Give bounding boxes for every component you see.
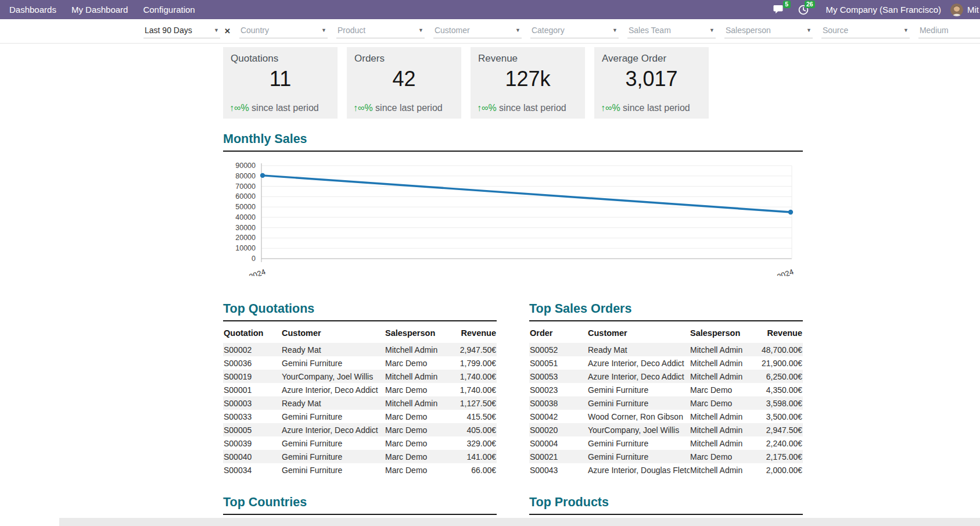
filter-sales-team[interactable]: Sales Team▼	[627, 24, 716, 38]
nav-menu-configuration[interactable]: Configuration	[135, 0, 202, 19]
table-row: S00021Gemini FurnitureMarc Demo2,175.00€	[529, 450, 803, 463]
trend-up-icon: ↑	[229, 103, 234, 113]
filter-medium[interactable]: Medium▼	[918, 24, 980, 38]
revenue-cell: 48,700.00€	[755, 343, 803, 356]
chevron-down-icon: ▼	[513, 27, 520, 33]
svg-text:0: 0	[252, 255, 256, 263]
kpi-trend: ↑∞% since last period	[229, 103, 319, 113]
trend-up-icon: ↑	[477, 103, 482, 113]
order-link[interactable]: S00038	[529, 396, 587, 410]
table-row: S00023Gemini FurnitureMarc Demo4,350.00€	[529, 383, 803, 396]
quotation-link[interactable]: S00001	[223, 383, 281, 396]
column-header-salesperson: Salesperson	[690, 324, 755, 343]
quotation-link[interactable]: S00040	[223, 450, 281, 463]
revenue-cell: 3,598.00€	[755, 396, 803, 410]
filter-salesperson[interactable]: Salesperson▼	[724, 24, 813, 38]
customer-cell: Ready Mat	[281, 396, 385, 410]
table-row: S00020YourCompany, Joel WillisMitchell A…	[529, 423, 803, 436]
order-link[interactable]: S00023	[529, 383, 587, 396]
salesperson-cell: Marc Demo	[385, 410, 454, 423]
svg-text:July 2024: July 2024	[762, 267, 795, 276]
column-header-quotation: Quotation	[223, 324, 281, 343]
salesperson-cell: Marc Demo	[385, 383, 454, 396]
order-link[interactable]: S00004	[529, 436, 587, 450]
quotation-link[interactable]: S00036	[223, 356, 281, 370]
svg-text:20000: 20000	[235, 234, 256, 242]
order-link[interactable]: S00042	[529, 410, 587, 423]
revenue-cell: 2,947.50€	[755, 423, 803, 436]
revenue-cell: 2,240.00€	[755, 436, 803, 450]
table-row: S00036Gemini FurnitureMarc Demo1,799.00€	[223, 356, 497, 370]
top-quotations-section: Top Quotations QuotationCustomerSalesper…	[223, 302, 497, 477]
kpi-title: Orders	[354, 53, 454, 65]
customer-cell: Azure Interior, Deco Addict	[281, 383, 385, 396]
order-link[interactable]: S00020	[529, 423, 587, 436]
customer-cell: Gemini Furniture	[587, 436, 690, 450]
filter-category[interactable]: Category▼	[530, 24, 619, 38]
salesperson-cell: Mitchell Admin	[385, 343, 454, 356]
trend-percent: ∞%	[358, 103, 373, 113]
salesperson-cell: Marc Demo	[385, 356, 454, 370]
filter-source[interactable]: Source▼	[821, 24, 910, 38]
filter-salesperson-placeholder: Salesperson	[726, 26, 804, 35]
order-link[interactable]: S00051	[529, 356, 587, 370]
quotation-link[interactable]: S00002	[223, 343, 281, 356]
column-header-revenue: Revenue	[755, 324, 803, 343]
heading-underline	[223, 514, 497, 515]
customer-cell: Gemini Furniture	[281, 463, 385, 477]
kpi-value: 3,017	[602, 67, 701, 91]
kpi-value: 42	[354, 67, 454, 91]
table-row: S00039Gemini FurnitureMarc Demo329.00€	[223, 436, 497, 450]
table-row: S00034Gemini FurnitureMarc Demo66.00€	[223, 463, 497, 477]
revenue-cell: 141.00€	[454, 450, 497, 463]
heading-underline	[223, 320, 497, 321]
quotation-link[interactable]: S00003	[223, 396, 281, 410]
quotation-link[interactable]: S00034	[223, 463, 281, 477]
quotation-link[interactable]: S00019	[223, 370, 281, 383]
salesperson-cell: Mitchell Admin	[690, 343, 755, 356]
top-sales-orders-section: Top Sales Orders OrderCustomerSalesperso…	[529, 302, 803, 477]
filter-date-range-value: Last 90 Days	[145, 26, 211, 35]
nav-menu-dashboards[interactable]: Dashboards	[2, 0, 64, 19]
table-row: S00004Gemini FurnitureMitchell Admin2,24…	[529, 436, 803, 450]
top-sales-orders-table: OrderCustomerSalespersonRevenueS00052Rea…	[529, 324, 803, 477]
company-switcher[interactable]: My Company (San Francisco)	[826, 5, 941, 15]
filter-source-placeholder: Source	[823, 26, 901, 35]
svg-text:June 2024: June 2024	[231, 267, 267, 276]
activities-button[interactable]: 26	[798, 5, 809, 15]
column-header-customer: Customer	[587, 324, 690, 343]
svg-text:30000: 30000	[235, 224, 256, 232]
avatar[interactable]	[950, 3, 963, 16]
table-row: S00051Azure Interior, Deco AddictMitchel…	[529, 356, 803, 370]
clipped-row-band	[59, 518, 980, 526]
user-name[interactable]: Mit	[967, 5, 979, 15]
filter-country[interactable]: Country▼	[239, 24, 328, 38]
order-link[interactable]: S00053	[529, 370, 587, 383]
salesperson-cell: Mitchell Admin	[690, 410, 755, 423]
quotation-link[interactable]: S00039	[223, 436, 281, 450]
trend-note: since last period	[499, 103, 566, 113]
table-row: S00019YourCompany, Joel WillisMitchell A…	[223, 370, 497, 383]
quotation-link[interactable]: S00033	[223, 410, 281, 423]
messages-button[interactable]: 5	[773, 5, 784, 15]
salesperson-cell: Mitchell Admin	[690, 356, 755, 370]
filter-customer[interactable]: Customer▼	[433, 24, 522, 38]
filter-product[interactable]: Product▼	[336, 24, 425, 38]
svg-text:60000: 60000	[235, 192, 256, 201]
quotation-link[interactable]: S00005	[223, 423, 281, 436]
order-link[interactable]: S00052	[529, 343, 587, 356]
filter-date-range[interactable]: Last 90 Days▼	[143, 24, 220, 38]
kpi-card-revenue: Revenue127k↑∞% since last period	[471, 47, 585, 119]
revenue-cell: 405.00€	[454, 423, 497, 436]
clear-filter-icon[interactable]: ✕	[224, 27, 231, 35]
kpi-title: Revenue	[478, 53, 577, 65]
order-link[interactable]: S00021	[529, 450, 587, 463]
order-link[interactable]: S00043	[529, 463, 587, 477]
activities-badge: 26	[805, 1, 815, 8]
dashboard-content: Quotations11↑∞% since last periodOrders4…	[223, 47, 803, 515]
filter-medium-placeholder: Medium	[920, 26, 980, 35]
column-header-revenue: Revenue	[454, 324, 497, 343]
nav-menu-my-dashboard[interactable]: My Dashboard	[64, 0, 136, 19]
revenue-cell: 415.50€	[454, 410, 497, 423]
table-row: S00043Azure Interior, Douglas FletchMitc…	[529, 463, 803, 477]
